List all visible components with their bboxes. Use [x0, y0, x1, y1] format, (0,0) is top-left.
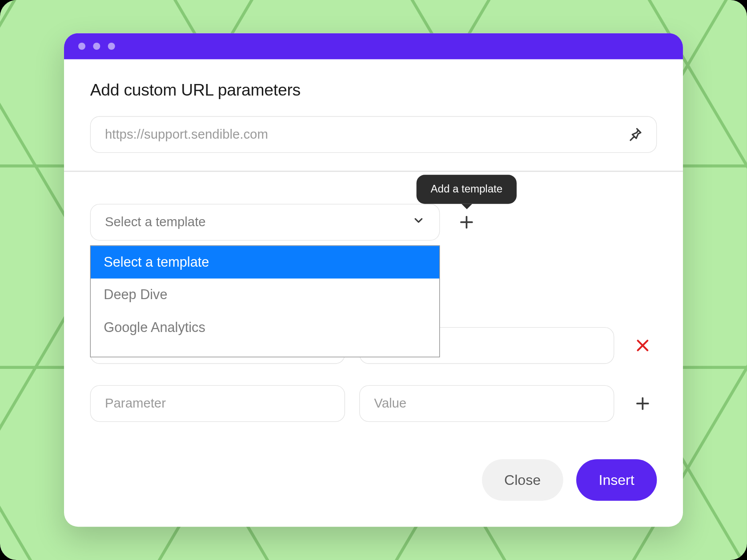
template-option-google-analytics[interactable]: Google Analytics	[91, 311, 439, 343]
insert-button[interactable]: Insert	[576, 459, 657, 500]
tooltip: Add a template	[417, 175, 517, 204]
add-row-button[interactable]	[628, 395, 657, 412]
template-option-deep-dive[interactable]: Deep Dive	[91, 278, 439, 311]
window-title-bar	[64, 33, 683, 60]
parameter-input[interactable]	[90, 385, 345, 422]
chevron-down-icon	[412, 214, 425, 230]
window-control-dot[interactable]	[93, 43, 100, 50]
pin-icon[interactable]	[625, 124, 645, 144]
value-input[interactable]	[359, 385, 614, 422]
svg-marker-11	[688, 368, 747, 560]
remove-row-button[interactable]	[628, 337, 657, 353]
template-dropdown[interactable]: Select a template Deep Dive Google Analy…	[90, 245, 440, 357]
template-select-value: Select a template	[105, 214, 206, 230]
parameter-row	[90, 385, 657, 422]
close-button[interactable]: Close	[482, 459, 563, 500]
window-control-dot[interactable]	[108, 43, 115, 50]
url-input[interactable]	[90, 116, 657, 153]
window-control-dot[interactable]	[78, 43, 85, 50]
svg-marker-3	[688, 0, 747, 166]
add-template-button[interactable]: Add a template	[457, 212, 477, 232]
template-option-placeholder[interactable]: Select a template	[91, 246, 439, 278]
dialog-title: Add custom URL parameters	[64, 80, 683, 116]
url-parameters-dialog: Add custom URL parameters Select a templ…	[64, 33, 683, 527]
template-select[interactable]: Select a template	[90, 204, 440, 240]
